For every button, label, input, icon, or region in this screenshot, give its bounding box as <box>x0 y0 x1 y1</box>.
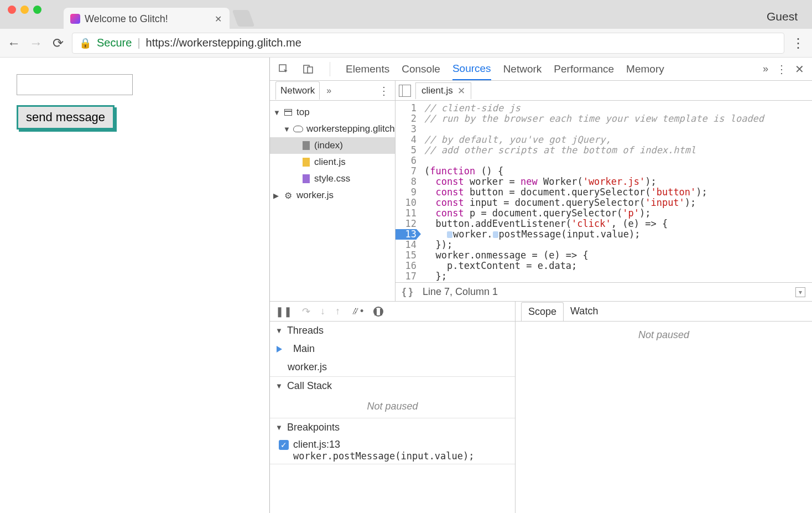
close-devtools-icon[interactable]: ✕ <box>795 63 804 76</box>
new-tab-button[interactable] <box>232 10 255 27</box>
breakpoint-checkbox[interactable]: ✓ <box>279 440 289 450</box>
show-navigator-icon[interactable] <box>399 85 411 97</box>
tab-network[interactable]: Network <box>503 59 542 80</box>
tab-strip: Welcome to Glitch! ✕ <box>64 8 252 29</box>
tree-frame-top[interactable]: ▼ top <box>270 104 395 121</box>
tab-title: Welcome to Glitch! <box>85 13 210 25</box>
lock-icon: 🔒 <box>79 37 91 49</box>
file-tree: ▼ top ▼ workerstepping.glitch (index) <box>270 101 395 207</box>
watch-tab[interactable]: Watch <box>564 302 605 320</box>
secure-label: Secure <box>97 37 132 49</box>
back-button[interactable]: ← <box>6 35 22 51</box>
browser-chrome: Welcome to Glitch! ✕ Guest ← → ⟳ 🔒 Secur… <box>0 0 812 58</box>
devtools: Elements Console Sources Network Perform… <box>270 58 812 513</box>
tree-file-clientjs[interactable]: client.js <box>270 154 395 170</box>
profile-label[interactable]: Guest <box>767 10 798 23</box>
sources-navigator: Network » ⋮ ▼ top ▼ workerste <box>270 81 395 301</box>
code-lines[interactable]: // client-side js // run by the browser … <box>420 101 812 282</box>
pause-on-exceptions-button[interactable]: ❚❚ <box>373 307 383 317</box>
code-body[interactable]: 123456789101112131415161718 // client-si… <box>395 101 812 282</box>
navigator-more-icon[interactable]: » <box>326 86 331 96</box>
tree-domain[interactable]: ▼ workerstepping.glitch <box>270 121 395 137</box>
threads-header[interactable]: ▼ Threads <box>270 322 515 340</box>
close-editor-tab-icon[interactable]: ✕ <box>457 85 465 97</box>
browser-menu-icon[interactable]: ⋮ <box>790 35 806 51</box>
separator: | <box>137 37 140 49</box>
step-over-button: ↷ <box>302 305 310 318</box>
debugger-panel: ❚❚ ↷ ↓ ↑ ⫽• ❚❚ ▼ Threads Main <box>270 302 516 513</box>
step-out-button: ↑ <box>335 305 340 317</box>
tab-console[interactable]: Console <box>402 59 440 80</box>
minimize-window-icon[interactable] <box>20 6 29 14</box>
toggle-console-icon[interactable]: ▾ <box>795 287 805 297</box>
devtools-menu-icon[interactable]: ⋮ <box>776 63 787 76</box>
favicon-icon <box>70 14 80 24</box>
editor-tab-clientjs[interactable]: client.js ✕ <box>415 82 471 99</box>
gear-icon: ⚙ <box>283 190 293 200</box>
scope-empty: Not paused <box>516 322 812 513</box>
breakpoint-item[interactable]: ✓ client.js:13 worker.postMessage(input.… <box>270 437 515 464</box>
fullscreen-window-icon[interactable] <box>33 6 41 14</box>
inspect-icon[interactable] <box>278 63 290 75</box>
page-content: send message <box>0 58 270 513</box>
debugger-toolbar: ❚❚ ↷ ↓ ↑ ⫽• ❚❚ <box>270 302 515 322</box>
callstack-empty: Not paused <box>270 395 515 418</box>
cloud-icon <box>293 126 303 132</box>
tree-file-index[interactable]: (index) <box>270 137 395 154</box>
code-editor: client.js ✕ 123456789101112131415161718 … <box>395 81 812 301</box>
address-bar[interactable]: 🔒 Secure | https://workerstepping.glitch… <box>72 33 784 54</box>
tab-elements[interactable]: Elements <box>346 59 389 80</box>
thread-main[interactable]: Main <box>270 340 515 358</box>
tab-memory[interactable]: Memory <box>626 59 664 80</box>
browser-toolbar: ← → ⟳ 🔒 Secure | https://workerstepping.… <box>0 29 812 58</box>
document-icon <box>303 141 310 150</box>
forward-button: → <box>28 35 44 51</box>
message-input[interactable] <box>17 74 133 95</box>
step-into-button: ↓ <box>320 305 325 317</box>
tree-file-stylecss[interactable]: style.css <box>270 170 395 187</box>
navigator-tab-network[interactable]: Network <box>275 81 320 100</box>
tab-sources[interactable]: Sources <box>452 58 491 80</box>
window-controls <box>8 6 41 14</box>
thread-worker[interactable]: worker.js <box>270 358 515 376</box>
editor-statusbar: { } Line 7, Column 1 ▾ <box>395 282 812 301</box>
device-mode-icon[interactable] <box>302 63 314 75</box>
tree-worker[interactable]: ▶ ⚙ worker.js <box>270 187 395 204</box>
pause-button[interactable]: ❚❚ <box>275 305 292 318</box>
cursor-position: Line 7, Column 1 <box>423 286 498 298</box>
breakpoints-header[interactable]: ▼ Breakpoints <box>270 418 515 437</box>
reload-button[interactable]: ⟳ <box>50 35 66 51</box>
more-tabs-icon[interactable]: » <box>763 63 768 75</box>
url-text: https://workerstepping.glitch.me <box>146 37 301 49</box>
navigator-menu-icon[interactable]: ⋮ <box>378 84 389 97</box>
pretty-print-icon[interactable]: { } <box>402 286 413 298</box>
scope-panel: Scope Watch Not paused <box>516 302 812 513</box>
browser-tab[interactable]: Welcome to Glitch! ✕ <box>64 8 230 29</box>
close-tab-icon[interactable]: ✕ <box>215 14 222 24</box>
callstack-header[interactable]: ▼ Call Stack <box>270 377 515 395</box>
close-window-icon[interactable] <box>8 6 16 14</box>
deactivate-breakpoints-button[interactable]: ⫽• <box>350 305 363 317</box>
send-message-button[interactable]: send message <box>17 105 114 129</box>
js-file-icon <box>303 158 310 167</box>
devtools-tabstrip: Elements Console Sources Network Perform… <box>270 58 812 81</box>
line-gutter[interactable]: 123456789101112131415161718 <box>395 101 420 282</box>
scope-tab[interactable]: Scope <box>521 302 564 321</box>
frame-icon <box>284 109 292 116</box>
css-file-icon <box>303 174 310 183</box>
svg-rect-2 <box>308 67 313 73</box>
tab-performance[interactable]: Performance <box>554 59 614 80</box>
